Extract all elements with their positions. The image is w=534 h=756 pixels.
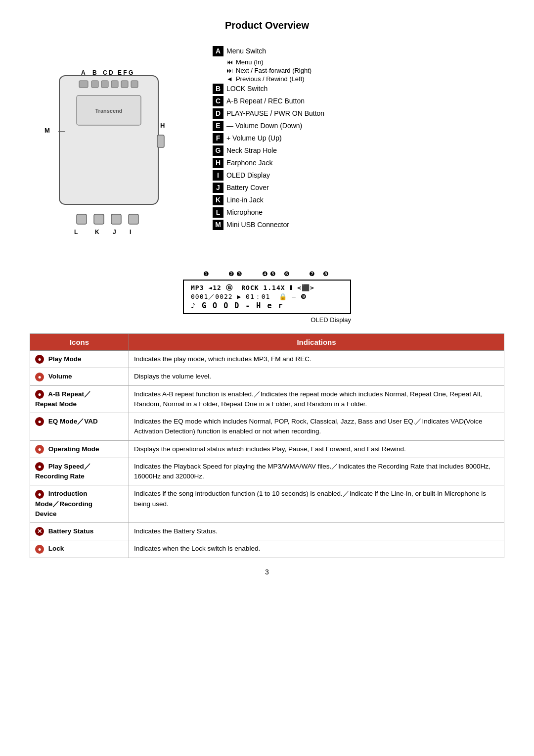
- label-k: K Line-in Jack: [213, 195, 504, 205]
- operating-mode-icon: ●: [35, 445, 44, 454]
- svg-rect-11: [94, 214, 104, 224]
- prev-icon: ◄: [226, 75, 233, 83]
- ab-repeat-icon: ●: [35, 390, 44, 399]
- label-b: B LOCK Switch: [213, 84, 504, 94]
- label-d: D PLAY-PAUSE / PWR ON Button: [213, 108, 504, 119]
- oled-line2: 0001／0022 ▶ 01：01 🔒 — ❾: [191, 292, 343, 301]
- table-row: ● A-B Repeat／Repeat Mode Indicates A-B r…: [30, 385, 504, 413]
- label-a-text: Menu Switch: [226, 46, 504, 56]
- page-number: 3: [30, 568, 504, 576]
- lock-label: Lock: [48, 545, 64, 552]
- svg-rect-9: [157, 135, 164, 147]
- letter-a: A: [213, 46, 223, 56]
- icon-cell-volume: ● Volume: [30, 368, 129, 385]
- letter-i: I: [213, 170, 223, 181]
- table-row: ● Operating Mode Displays the operationa…: [30, 440, 504, 458]
- svg-text:E F G: E F G: [118, 69, 133, 76]
- play-mode-icon: ●: [35, 355, 44, 364]
- indication-lock: Indicates when the Lock switch is enable…: [129, 540, 504, 558]
- letter-d: D: [213, 108, 223, 119]
- play-mode-label: Play Mode: [48, 355, 82, 363]
- menu-in-icon: ⏮: [226, 58, 233, 66]
- icon-cell-battery: ✕ Battery Status: [30, 523, 129, 540]
- indication-operating-mode: Displays the operational status which in…: [129, 440, 504, 458]
- letter-e: E: [213, 121, 223, 131]
- svg-text:A: A: [81, 69, 86, 76]
- label-k-text: Line-in Jack: [226, 195, 504, 205]
- svg-rect-7: [121, 81, 128, 88]
- svg-rect-10: [77, 214, 87, 224]
- label-f-text: + Volume Up (Up): [226, 133, 504, 143]
- indication-eq-mode: Indicates the EQ mode which includes Nor…: [129, 413, 504, 441]
- labels-section: A Menu Switch ⏮ Menu (In) ⏭ Next / Fast-…: [213, 46, 504, 255]
- battery-status-icon: ✕: [35, 527, 44, 536]
- svg-rect-6: [111, 81, 118, 88]
- letter-g: G: [213, 145, 223, 156]
- indication-ab-repeat: Indicates A-B repeat function is enabled…: [129, 385, 504, 413]
- table-row: ● Lock Indicates when the Lock switch is…: [30, 540, 504, 558]
- svg-rect-3: [79, 81, 88, 88]
- battery-status-label: Battery Status: [48, 527, 94, 535]
- product-overview: Transcend M A B C D E F G: [30, 46, 504, 255]
- eq-mode-icon: ●: [35, 417, 44, 426]
- table-row: ● Play Speed／Recording Rate Indicates th…: [30, 458, 504, 485]
- svg-rect-4: [91, 81, 98, 88]
- label-d-text: PLAY-PAUSE / PWR ON Button: [226, 108, 504, 119]
- oled-numbers: ❶ ❷❸ ❹❺ ❻ ❼ ❽: [203, 270, 331, 278]
- label-l-text: Microphone: [226, 207, 504, 218]
- oled-label: OLED Display: [311, 316, 351, 324]
- indication-introduction: Indicates if the song introduction funct…: [129, 485, 504, 523]
- sub-menu-in: ⏮ Menu (In): [226, 58, 504, 66]
- letter-m: M: [213, 220, 223, 230]
- icon-cell-play-mode: ● Play Mode: [30, 351, 129, 368]
- device-diagram: Transcend M A B C D E F G: [30, 46, 198, 254]
- svg-text:L: L: [74, 229, 78, 236]
- icon-cell-eq-mode: ● EQ Mode／VAD: [30, 413, 129, 441]
- svg-text:Transcend: Transcend: [95, 108, 122, 114]
- svg-text:H: H: [160, 122, 165, 129]
- sub-menu-in-text: Menu (In): [236, 58, 264, 66]
- oled-line1: MP3 ◄12 ⓐ ROCK 1.14X Ⅱ <⬛>: [191, 284, 343, 292]
- letter-h: H: [213, 158, 223, 168]
- eq-mode-label: EQ Mode／VAD: [48, 418, 98, 425]
- table-header-icons: Icons: [30, 334, 129, 351]
- label-h: H Earphone Jack: [213, 158, 504, 168]
- label-j: J Battery Cover: [213, 183, 504, 193]
- letter-l: L: [213, 207, 223, 218]
- sub-prev: ◄ Previous / Rewind (Left): [226, 75, 504, 83]
- sub-next-text: Next / Fast-forward (Right): [236, 67, 312, 74]
- sub-prev-text: Previous / Rewind (Left): [236, 75, 305, 83]
- introduction-icon: ●: [35, 490, 44, 499]
- sub-next: ⏭ Next / Fast-forward (Right): [226, 67, 504, 74]
- label-e: E — Volume Down (Down): [213, 121, 504, 131]
- svg-rect-13: [129, 214, 138, 224]
- table-header-indications: Indications: [129, 334, 504, 351]
- table-row: ● Volume Displays the volume level.: [30, 368, 504, 385]
- label-l: L Microphone: [213, 207, 504, 218]
- indication-volume: Displays the volume level.: [129, 368, 504, 385]
- operating-mode-label: Operating Mode: [48, 445, 99, 453]
- svg-text:C D: C D: [103, 69, 113, 76]
- lock-icon: ●: [35, 545, 44, 554]
- volume-label: Volume: [48, 373, 72, 380]
- svg-rect-5: [101, 81, 108, 88]
- icon-cell-introduction: ● IntroductionMode／RecordingDevice: [30, 485, 129, 523]
- svg-text:K: K: [95, 229, 99, 236]
- indication-battery: Indicates the Battery Status.: [129, 523, 504, 540]
- letter-b: B: [213, 84, 223, 94]
- next-icon: ⏭: [226, 67, 233, 74]
- icons-table: Icons Indications ● Play Mode Indicates …: [30, 333, 504, 558]
- oled-display: MP3 ◄12 ⓐ ROCK 1.14X Ⅱ <⬛> 0001／0022 ▶ 0…: [183, 280, 351, 314]
- label-m-text: Mini USB Connector: [226, 220, 504, 230]
- label-i-text: OLED Display: [226, 170, 504, 181]
- volume-icon: ●: [35, 373, 44, 381]
- svg-text:M: M: [44, 127, 50, 134]
- icon-cell-operating-mode: ● Operating Mode: [30, 440, 129, 458]
- letter-k: K: [213, 195, 223, 205]
- svg-text:I: I: [130, 229, 131, 236]
- svg-rect-12: [111, 214, 121, 224]
- table-row: ● Play Mode Indicates the play mode, whi…: [30, 351, 504, 368]
- table-row: ● IntroductionMode／RecordingDevice Indic…: [30, 485, 504, 523]
- indication-play-speed: Indicates the Playback Speed for playing…: [129, 458, 504, 485]
- indication-play-mode: Indicates the play mode, which includes …: [129, 351, 504, 368]
